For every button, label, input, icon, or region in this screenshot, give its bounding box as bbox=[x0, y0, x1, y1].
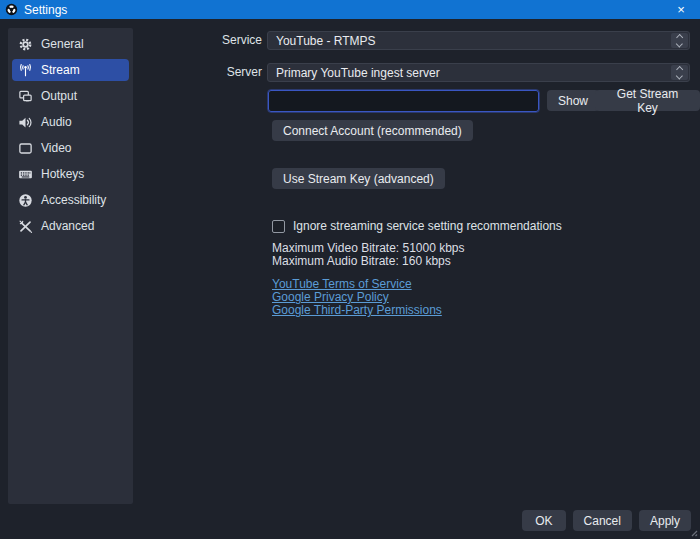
sidebar-item-label: Accessibility bbox=[41, 193, 106, 207]
sidebar-item-label: Audio bbox=[41, 115, 72, 129]
max-video-bitrate-text: Maximum Video Bitrate: 51000 kbps bbox=[272, 241, 465, 255]
service-label: Service bbox=[150, 31, 262, 50]
sidebar-item-label: Output bbox=[41, 89, 77, 103]
sidebar-item-label: Hotkeys bbox=[41, 167, 84, 181]
sidebar-item-accessibility[interactable]: Accessibility bbox=[12, 189, 129, 211]
titlebar[interactable]: Settings × bbox=[0, 0, 700, 19]
cancel-button[interactable]: Cancel bbox=[573, 510, 632, 531]
server-selected-value: Primary YouTube ingest server bbox=[276, 66, 440, 80]
max-audio-bitrate-text: Maximum Audio Bitrate: 160 kbps bbox=[272, 254, 451, 268]
ignore-recommendations-checkbox[interactable] bbox=[272, 220, 285, 233]
tools-icon bbox=[18, 219, 33, 234]
stream-key-input[interactable] bbox=[268, 90, 539, 112]
accessibility-icon bbox=[18, 193, 33, 208]
dialog-footer: OK Cancel Apply bbox=[522, 510, 691, 531]
gear-icon bbox=[18, 37, 33, 52]
spinner-arrows-icon bbox=[671, 65, 688, 80]
keyboard-icon bbox=[18, 167, 33, 182]
speaker-icon bbox=[18, 115, 33, 130]
show-key-button[interactable]: Show bbox=[547, 90, 599, 111]
use-stream-key-button[interactable]: Use Stream Key (advanced) bbox=[272, 168, 445, 189]
sidebar-item-label: Stream bbox=[41, 63, 80, 77]
sidebar-item-stream[interactable]: Stream bbox=[12, 59, 129, 81]
monitor-icon bbox=[18, 141, 33, 156]
sidebar-item-general[interactable]: General bbox=[12, 33, 129, 55]
service-select[interactable]: YouTube - RTMPS bbox=[267, 31, 690, 50]
service-selected-value: YouTube - RTMPS bbox=[276, 34, 376, 48]
antenna-icon bbox=[18, 63, 33, 78]
get-stream-key-button[interactable]: Get Stream Key bbox=[595, 90, 700, 111]
obs-logo-icon bbox=[5, 3, 18, 16]
sidebar-item-label: Video bbox=[41, 141, 71, 155]
settings-window: Settings × General Stream bbox=[0, 0, 700, 539]
sidebar-item-label: Advanced bbox=[41, 219, 94, 233]
sidebar-item-audio[interactable]: Audio bbox=[12, 111, 129, 133]
google-thirdparty-link[interactable]: Google Third-Party Permissions bbox=[272, 304, 442, 317]
displays-icon bbox=[18, 89, 33, 104]
ignore-recommendations-label: Ignore streaming service setting recomme… bbox=[293, 219, 562, 233]
settings-sidebar: General Stream Output bbox=[8, 28, 133, 504]
sidebar-item-label: General bbox=[41, 37, 84, 51]
spinner-arrows-icon bbox=[671, 33, 688, 48]
sidebar-item-advanced[interactable]: Advanced bbox=[12, 215, 129, 237]
apply-button[interactable]: Apply bbox=[639, 510, 691, 531]
server-select[interactable]: Primary YouTube ingest server bbox=[267, 63, 690, 82]
resize-grip[interactable] bbox=[689, 528, 698, 537]
connect-account-button[interactable]: Connect Account (recommended) bbox=[272, 120, 473, 141]
window-title: Settings bbox=[24, 3, 67, 17]
sidebar-item-output[interactable]: Output bbox=[12, 85, 129, 107]
service-links: YouTube Terms of Service Google Privacy … bbox=[272, 278, 442, 318]
ok-button[interactable]: OK bbox=[522, 510, 565, 531]
server-label: Server bbox=[150, 63, 262, 82]
sidebar-item-video[interactable]: Video bbox=[12, 137, 129, 159]
ignore-recommendations-row: Ignore streaming service setting recomme… bbox=[272, 219, 562, 233]
close-button[interactable]: × bbox=[662, 0, 700, 19]
sidebar-item-hotkeys[interactable]: Hotkeys bbox=[12, 163, 129, 185]
